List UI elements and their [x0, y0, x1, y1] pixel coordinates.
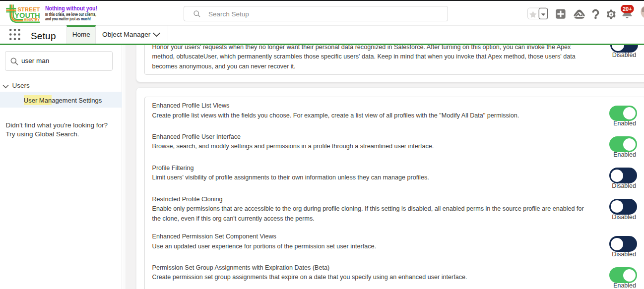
svg-text:Nothing without you!: Nothing without you! — [45, 4, 97, 12]
svg-text:and you matter just as much!: and you matter just as much! — [45, 16, 91, 21]
svg-text:20+: 20+ — [623, 6, 632, 12]
svg-text:MINISTRY: MINISTRY — [24, 17, 40, 22]
